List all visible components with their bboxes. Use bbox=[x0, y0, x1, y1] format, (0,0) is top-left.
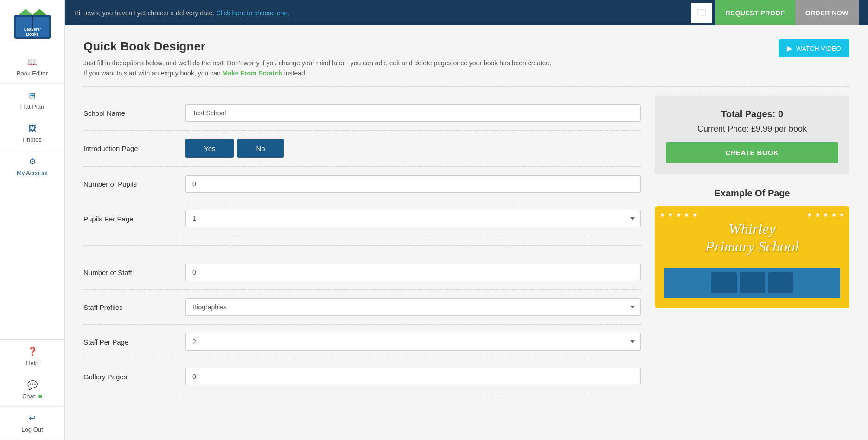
choose-date-link[interactable]: Click here to choose one. bbox=[216, 9, 289, 17]
top-banner: Hi Lewis, you haven't yet chosen a deliv… bbox=[65, 0, 868, 25]
chat-icon: 💬 bbox=[27, 380, 38, 390]
num-pupils-row: Number of Pupils bbox=[83, 167, 641, 201]
chat-message-button[interactable] bbox=[691, 3, 712, 23]
staff-profiles-label: Staff Profiles bbox=[83, 303, 176, 311]
book-editor-icon: 📖 bbox=[27, 57, 38, 67]
example-page-preview: ✦ ✦ ✦ ✦ ✦ ✦ ✦ ✦ ✦ ✦ Whirley Primary Scho… bbox=[655, 206, 849, 308]
svg-marker-4 bbox=[19, 9, 32, 15]
message-icon bbox=[697, 9, 706, 17]
request-proof-button[interactable]: REQUEST PROOF bbox=[715, 0, 795, 25]
school-name-control bbox=[185, 104, 641, 122]
section-divider bbox=[83, 86, 849, 87]
page-title: Quick Book Designer bbox=[83, 39, 551, 54]
logo-area: Leavers' Books bbox=[7, 0, 58, 46]
no-button[interactable]: No bbox=[237, 139, 283, 158]
gallery-pages-input[interactable] bbox=[185, 368, 641, 385]
page-header: Quick Book Designer Just fill in the opt… bbox=[83, 39, 849, 77]
sidebar: Leavers' Books 📖 Book Editor ⊞ Flat Plan… bbox=[0, 0, 65, 440]
staff-divider bbox=[83, 245, 641, 246]
sidebar-item-log-out[interactable]: ↩ Log Out bbox=[0, 407, 64, 440]
num-pupils-input[interactable] bbox=[185, 175, 641, 193]
example-photo-bar bbox=[664, 268, 840, 298]
svg-text:Books: Books bbox=[26, 32, 39, 37]
staff-profiles-control: Biographies Photos Only None bbox=[185, 298, 641, 316]
example-school-name: Whirley Primary School bbox=[705, 220, 799, 256]
sidebar-item-my-account[interactable]: ⚙ My Account bbox=[0, 150, 64, 183]
play-icon: ▶ bbox=[787, 44, 792, 53]
school-name-label: School Name bbox=[83, 109, 176, 117]
sidebar-nav: 📖 Book Editor ⊞ Flat Plan 🖼 Photos ⚙ My … bbox=[0, 46, 64, 339]
total-pages: Total Pages: 0 bbox=[666, 109, 838, 119]
sidebar-item-book-editor[interactable]: 📖 Book Editor bbox=[0, 50, 64, 84]
staff-per-page-select[interactable]: 1 2 3 4 bbox=[185, 333, 641, 351]
school-name-input[interactable] bbox=[185, 104, 641, 122]
sidebar-item-flat-plan[interactable]: ⊞ Flat Plan bbox=[0, 84, 64, 117]
my-account-icon: ⚙ bbox=[29, 157, 36, 167]
school-name-row: School Name bbox=[83, 96, 641, 131]
banner-message: Hi Lewis, you haven't yet chosen a deliv… bbox=[74, 9, 289, 17]
svg-text:Leavers': Leavers' bbox=[24, 27, 40, 31]
staff-profiles-row: Staff Profiles Biographies Photos Only N… bbox=[83, 290, 641, 325]
gallery-pages-label: Gallery Pages bbox=[83, 373, 176, 381]
staff-per-page-label: Staff Per Page bbox=[83, 338, 176, 346]
create-book-button[interactable]: CREATE BOOK bbox=[666, 142, 838, 163]
num-staff-input[interactable] bbox=[185, 264, 641, 281]
pupils-per-page-row: Pupils Per Page 1 2 3 4 bbox=[83, 201, 641, 236]
sidebar-item-label: Book Editor bbox=[17, 70, 48, 77]
gallery-pages-control bbox=[185, 368, 641, 385]
help-icon: ❓ bbox=[27, 346, 38, 357]
sidebar-item-label: Help bbox=[26, 359, 38, 366]
pupils-per-page-control: 1 2 3 4 bbox=[185, 210, 641, 227]
page-desc1: Just fill in the options below, and we'l… bbox=[83, 59, 551, 67]
sidebar-item-label: My Account bbox=[17, 170, 48, 176]
num-staff-control bbox=[185, 264, 641, 281]
order-now-button[interactable]: ORDER NOW bbox=[795, 0, 859, 25]
sidebar-item-label: Log Out bbox=[21, 426, 43, 433]
staff-per-page-control: 1 2 3 4 bbox=[185, 333, 641, 351]
num-pupils-control bbox=[185, 175, 641, 193]
yes-no-group: Yes No bbox=[185, 139, 641, 158]
page-desc2: If you want to start with an empty book,… bbox=[83, 69, 551, 77]
num-pupils-label: Number of Pupils bbox=[83, 180, 176, 188]
pupils-per-page-label: Pupils Per Page bbox=[83, 215, 176, 223]
example-title: Example Of Page bbox=[655, 188, 849, 199]
yes-button[interactable]: Yes bbox=[185, 139, 234, 158]
photo-placeholder-2 bbox=[740, 272, 765, 293]
svg-rect-8 bbox=[697, 9, 706, 15]
pupils-per-page-select[interactable]: 1 2 3 4 bbox=[185, 210, 641, 227]
summary-panel: Total Pages: 0 Current Price: £9.99 per … bbox=[655, 96, 849, 174]
sidebar-item-help[interactable]: ❓ Help bbox=[0, 340, 64, 373]
form-column: School Name Introduction Page Yes No bbox=[83, 96, 641, 394]
logo-svg: Leavers' Books bbox=[12, 6, 53, 41]
staff-profiles-select[interactable]: Biographies Photos Only None bbox=[185, 298, 641, 316]
current-price: Current Price: £9.99 per book bbox=[666, 124, 838, 134]
intro-page-row: Introduction Page Yes No bbox=[83, 131, 641, 167]
sidebar-bottom: ❓ Help 💬 Chat ↩ Log Out bbox=[0, 339, 64, 440]
two-col-layout: School Name Introduction Page Yes No bbox=[83, 96, 849, 394]
chat-online-dot bbox=[38, 395, 42, 398]
sidebar-item-photos[interactable]: 🖼 Photos bbox=[0, 117, 64, 150]
main-area: Hi Lewis, you haven't yet chosen a deliv… bbox=[65, 0, 868, 440]
summary-column: Total Pages: 0 Current Price: £9.99 per … bbox=[655, 96, 849, 308]
log-out-icon: ↩ bbox=[29, 413, 36, 423]
gallery-pages-row: Gallery Pages bbox=[83, 359, 641, 394]
svg-marker-5 bbox=[32, 9, 46, 15]
intro-page-control: Yes No bbox=[185, 139, 641, 158]
sidebar-item-label: Chat bbox=[22, 393, 42, 400]
page-content: Quick Book Designer Just fill in the opt… bbox=[65, 25, 868, 440]
sidebar-item-label: Flat Plan bbox=[20, 103, 44, 110]
photo-placeholder-3 bbox=[768, 272, 793, 293]
intro-page-label: Introduction Page bbox=[83, 145, 176, 152]
photo-placeholder-1 bbox=[711, 272, 737, 293]
flat-plan-icon: ⊞ bbox=[29, 90, 36, 101]
staff-per-page-row: Staff Per Page 1 2 3 4 bbox=[83, 325, 641, 359]
sidebar-item-label: Photos bbox=[23, 136, 41, 143]
page-header-text: Quick Book Designer Just fill in the opt… bbox=[83, 39, 551, 77]
watch-video-button[interactable]: ▶ WATCH VIDEO bbox=[779, 39, 849, 57]
num-staff-row: Number of Staff bbox=[83, 255, 641, 290]
example-stars-decoration: ✦ ✦ ✦ ✦ ✦ ✦ ✦ ✦ ✦ ✦ bbox=[659, 211, 845, 220]
num-staff-label: Number of Staff bbox=[83, 269, 176, 277]
photos-icon: 🖼 bbox=[28, 124, 37, 133]
sidebar-item-chat[interactable]: 💬 Chat bbox=[0, 373, 64, 407]
make-from-scratch-link[interactable]: Make From Scratch bbox=[223, 69, 282, 77]
